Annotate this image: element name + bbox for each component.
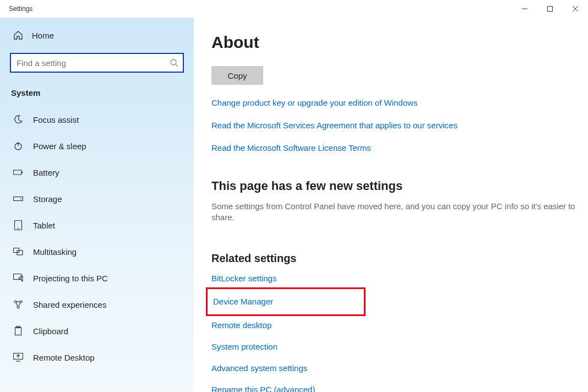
sidebar-item-projecting[interactable]: Projecting to this PC — [10, 265, 194, 291]
sidebar-item-label: Focus assist — [33, 115, 79, 124]
main-content: About Copy Change product key or upgrade… — [194, 18, 588, 392]
power-icon — [13, 141, 23, 151]
svg-rect-9 — [21, 171, 23, 173]
search-input-wrap[interactable] — [10, 53, 184, 73]
related-link-remote-desktop[interactable]: Remote desktop — [211, 320, 577, 330]
sidebar-item-label: Multitasking — [33, 247, 77, 257]
window-title: Settings — [9, 5, 32, 13]
home-label: Home — [32, 31, 54, 40]
related-settings-heading: Related settings — [211, 252, 577, 265]
multitasking-icon — [13, 248, 23, 255]
svg-line-20 — [16, 302, 18, 306]
new-settings-description: Some settings from Control Panel have mo… — [211, 201, 577, 222]
shared-icon — [13, 300, 23, 309]
svg-rect-23 — [15, 328, 21, 335]
related-settings-list: BitLocker settingsDevice ManagerRemote d… — [211, 274, 577, 392]
clipboard-icon — [13, 326, 23, 336]
related-link-system-protection[interactable]: System protection — [211, 342, 577, 351]
storage-icon — [13, 195, 23, 202]
sidebar-item-label: Remote Desktop — [33, 353, 95, 362]
svg-rect-1 — [548, 7, 553, 12]
home-icon — [13, 30, 23, 40]
sidebar-item-label: Storage — [33, 194, 62, 204]
action-links: Change product key or upgrade your editi… — [211, 98, 577, 153]
annotation-highlight: Device Manager — [206, 287, 366, 316]
sidebar-item-tablet[interactable]: Tablet — [10, 212, 194, 238]
close-icon — [573, 6, 578, 12]
search-icon — [170, 58, 178, 67]
copy-button[interactable]: Copy — [211, 66, 263, 85]
sidebar-item-clipboard[interactable]: Clipboard — [10, 318, 194, 344]
sidebar-item-battery[interactable]: Battery — [10, 159, 194, 186]
sidebar-item-shared-experiences[interactable]: Shared experiences — [10, 291, 194, 318]
sidebar-item-label: Projecting to this PC — [33, 274, 108, 283]
window-controls — [512, 0, 588, 18]
svg-line-21 — [19, 302, 20, 306]
sidebar-item-label: Power & sleep — [33, 141, 86, 151]
page-title: About — [211, 33, 577, 52]
sidebar-item-label: Tablet — [33, 221, 55, 230]
maximize-button[interactable] — [537, 0, 563, 18]
sidebar-item-label: Clipboard — [33, 326, 68, 336]
sidebar-item-multitasking[interactable]: Multitasking — [10, 238, 194, 265]
related-link-device-manager[interactable]: Device Manager — [213, 297, 273, 306]
sidebar-item-label: Battery — [33, 168, 59, 177]
battery-icon — [13, 169, 23, 176]
sidebar-nav: Focus assist Power & sleep Battery Stora… — [0, 103, 194, 371]
related-link-bitlocker-settings[interactable]: BitLocker settings — [211, 274, 577, 283]
minimize-button[interactable] — [512, 0, 537, 18]
svg-point-4 — [171, 59, 176, 65]
svg-point-11 — [20, 198, 21, 199]
related-link-advanced-system-settings[interactable]: Advanced system settings — [211, 363, 577, 373]
new-settings-heading: This page has a few new settings — [211, 179, 577, 193]
tablet-icon — [13, 220, 23, 230]
sidebar: Home System Focus assist Power & sl — [0, 18, 194, 392]
minimize-icon — [522, 6, 527, 12]
remote-desktop-icon — [13, 353, 23, 362]
link-services-agreement[interactable]: Read the Microsoft Services Agreement th… — [211, 121, 577, 130]
sidebar-item-storage[interactable]: Storage — [10, 186, 194, 212]
sidebar-item-power-sleep[interactable]: Power & sleep — [10, 133, 194, 159]
svg-point-19 — [17, 306, 19, 308]
projecting-icon — [13, 274, 23, 282]
titlebar: Settings — [0, 0, 588, 18]
sidebar-item-remote-desktop[interactable]: Remote Desktop — [10, 344, 194, 371]
maximize-icon — [547, 6, 553, 12]
related-link-rename-this-pc-advanced[interactable]: Rename this PC (advanced) — [211, 385, 577, 392]
sidebar-item-focus-assist[interactable]: Focus assist — [10, 106, 194, 133]
svg-line-5 — [176, 64, 178, 67]
svg-rect-8 — [13, 170, 21, 175]
search-input[interactable] — [17, 58, 170, 68]
sidebar-item-label: Shared experiences — [33, 300, 106, 309]
close-button[interactable] — [563, 0, 588, 18]
link-change-product-key[interactable]: Change product key or upgrade your editi… — [211, 98, 577, 107]
moon-icon — [13, 115, 23, 124]
svg-rect-16 — [14, 274, 21, 280]
sidebar-category: System — [10, 88, 184, 97]
link-software-license[interactable]: Read the Microsoft Software License Term… — [211, 143, 577, 153]
home-nav[interactable]: Home — [10, 22, 184, 48]
